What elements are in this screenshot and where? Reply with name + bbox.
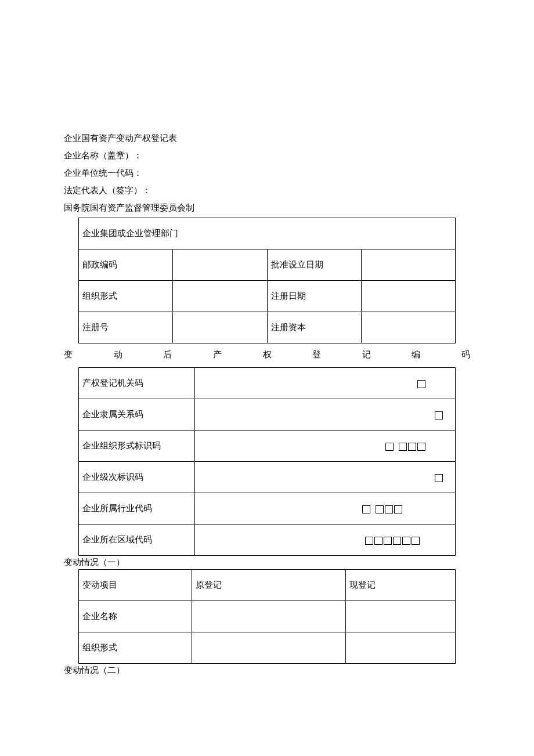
spread-char: 产 [213, 347, 222, 363]
spread-char: 登 [312, 347, 321, 363]
spread-char: 后 [163, 347, 172, 363]
spread-char: 码 [461, 347, 470, 363]
change-section-2-label: 变动情况（二） [64, 663, 470, 678]
checkbox-icon [408, 443, 416, 451]
approval-date-label: 批准设立日期 [267, 249, 361, 281]
checkbox-icon [417, 380, 425, 388]
enterprise-name-current[interactable] [346, 601, 456, 632]
reg-number-value[interactable] [173, 312, 267, 343]
approval-date-value[interactable] [361, 249, 455, 281]
doc-title: 企业国有资产变动产权登记表 [64, 131, 470, 146]
spread-char: 权 [263, 347, 272, 363]
checkbox-icon [365, 537, 373, 545]
industry-code-value[interactable] [195, 493, 456, 525]
reg-number-label: 注册号 [79, 312, 173, 343]
reg-date-label: 注册日期 [267, 281, 361, 312]
checkbox-icon [435, 411, 443, 419]
basic-info-table: 企业集团或企业管理部门 邮政编码 批准设立日期 组织形式 注册日期 注册号 注册… [78, 218, 456, 343]
spread-char: 变 [64, 347, 73, 363]
checkbox-icon [385, 443, 394, 451]
checkbox-icon [417, 443, 425, 451]
postal-code-label: 邮政编码 [79, 249, 173, 281]
checkbox-icon [374, 537, 383, 545]
post-change-code-title: 变 动 后 产 权 登 记 编 码 [64, 342, 470, 367]
checkbox-icon [376, 505, 384, 513]
checkbox-icon [399, 443, 407, 451]
reg-date-value[interactable] [361, 281, 455, 312]
change-section-1-label: 变动情况（一） [64, 555, 470, 570]
spread-char: 编 [412, 347, 420, 363]
org-form-code-label: 企业组织形式标识码 [79, 431, 195, 462]
level-code-value[interactable] [195, 462, 456, 493]
group-dept-cell: 企业集团或企业管理部门 [79, 218, 456, 249]
enterprise-name-label: 企业名称（盖章）： [64, 148, 470, 164]
subordination-code-value[interactable] [195, 399, 456, 431]
level-code-label: 企业级次标识码 [79, 462, 195, 493]
enterprise-name-original[interactable] [192, 601, 346, 632]
original-reg-header: 原登记 [192, 570, 346, 601]
checkbox-icon [394, 505, 402, 513]
enterprise-name-row: 企业名称 [79, 601, 192, 632]
subordination-code-label: 企业隶属关系码 [79, 399, 195, 431]
checkbox-icon [393, 537, 401, 545]
checkbox-icon [385, 505, 393, 513]
reg-authority-code-label: 产权登记机关码 [79, 368, 195, 399]
code-table: 产权登记机关码 企业隶属关系码 企业组织形式标识码 企业级次标识码 企业所属行业… [78, 367, 456, 556]
org-form-current[interactable] [346, 632, 456, 664]
org-form-row: 组织形式 [79, 632, 192, 664]
postal-code-value[interactable] [173, 249, 267, 281]
industry-code-label: 企业所属行业代码 [79, 493, 195, 525]
change-table-1: 变动项目 原登记 现登记 企业名称 组织形式 [78, 569, 456, 664]
checkbox-icon [384, 537, 392, 545]
legal-rep-label: 法定代表人（签字）： [64, 183, 470, 198]
reg-capital-label: 注册资本 [267, 312, 361, 343]
enterprise-code-label: 企业单位统一代码： [64, 165, 470, 181]
spread-char: 记 [362, 347, 371, 363]
change-item-header: 变动项目 [79, 570, 192, 601]
region-code-value[interactable] [195, 525, 456, 556]
checkbox-icon [412, 537, 420, 545]
reg-capital-value[interactable] [361, 312, 455, 343]
checkbox-icon [402, 537, 410, 545]
checkbox-icon [435, 474, 443, 482]
org-form-label: 组织形式 [79, 281, 173, 312]
checkbox-icon [362, 505, 370, 513]
org-form-code-value[interactable] [195, 431, 456, 462]
reg-authority-code-value[interactable] [195, 368, 456, 399]
region-code-label: 企业所在区域代码 [79, 525, 195, 556]
org-form-original[interactable] [192, 632, 346, 664]
current-reg-header: 现登记 [346, 570, 456, 601]
issuer-label: 国务院国有资产监督管理委员会制 [64, 200, 470, 216]
org-form-value[interactable] [173, 281, 267, 312]
spread-char: 动 [114, 347, 122, 363]
